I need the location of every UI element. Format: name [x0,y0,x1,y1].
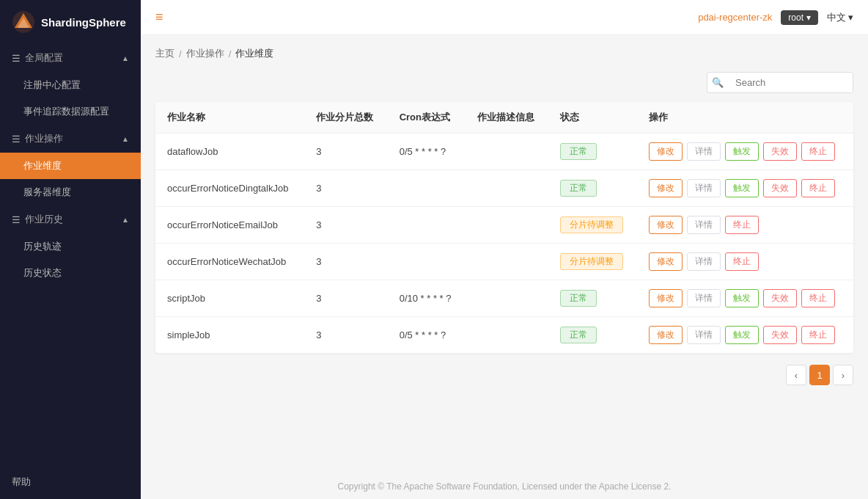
sidebar-help[interactable]: 帮助 [0,465,141,499]
table-row: occurErrorNoticeDingtalkJob3正常修改详情触发失效终止 [155,170,853,207]
stop-button[interactable]: 终止 [801,142,835,161]
sidebar-item-history-track[interactable]: 历史轨迹 [0,233,141,260]
actions-cell: 修改详情触发失效终止 [637,280,853,317]
page-prev-button[interactable]: ‹ [786,365,806,385]
action-group: 修改详情终止 [649,216,842,234]
sidebar-item-registry-config[interactable]: 注册中心配置 [0,72,141,98]
sidebar-item-server-dimension[interactable]: 服务器维度 [0,179,141,205]
cron-cell [388,207,466,244]
col-cron: Cron表达式 [388,102,466,134]
fail-button[interactable]: 失效 [763,142,797,161]
menu-toggle-button[interactable]: ≡ [155,10,163,25]
sidebar-item-history-status[interactable]: 历史状态 [0,260,141,286]
trigger-button[interactable]: 触发 [725,326,759,344]
header-left: ≡ [155,10,163,25]
breadcrumb-parent[interactable]: 作业操作 [186,47,224,60]
menu-group-icon: ☰ [12,53,21,64]
menu-group-job-history[interactable]: ☰ 作业历史 ▲ [0,205,141,233]
toolbar: 🔍 🔍 [155,72,853,93]
edit-button[interactable]: 修改 [649,326,683,344]
job-name-cell: simpleJob [155,317,304,354]
trigger-button[interactable]: 触发 [725,142,759,161]
logo: ShardingSphere [0,0,141,44]
job-name-cell: occurErrorNoticeWechatJob [155,244,304,280]
stop-button[interactable]: 终止 [801,179,835,197]
edit-button[interactable]: 修改 [649,252,683,271]
page-1-button[interactable]: 1 [809,365,830,385]
detail-button[interactable]: 详情 [687,179,721,197]
pagination: ‹ 1 › [155,353,853,388]
logo-icon [12,10,35,34]
menu-group-job-ops[interactable]: ☰ 作业操作 ▲ [0,125,141,153]
search-input[interactable] [728,73,853,92]
edit-button[interactable]: 修改 [649,216,683,234]
status-cell: 分片待调整 [548,207,638,244]
fail-button[interactable]: 失效 [763,326,797,344]
cron-cell: 0/10 * * * * ? [388,280,466,317]
desc-cell [466,207,548,244]
cron-cell: 0/5 * * * * ? [388,317,466,354]
shards-cell: 3 [304,207,387,244]
status-badge: 正常 [560,180,597,197]
fail-button[interactable]: 失效 [763,289,797,307]
actions-cell: 修改详情触发失效终止 [637,134,853,170]
actions-cell: 修改详情终止 [637,207,853,244]
status-badge: 正常 [560,327,597,343]
sidebar-item-job-dimension[interactable]: 作业维度 [0,153,141,179]
sidebar: ShardingSphere ☰ 全局配置 ▲ 注册中心配置 事件追踪数据源配置… [0,0,141,499]
user-badge[interactable]: root ▾ [781,10,818,25]
table-row: occurErrorNoticeWechatJob3分片待调整修改详情终止 [155,244,853,280]
job-name-cell: occurErrorNoticeEmailJob [155,207,304,244]
table-row: simpleJob30/5 * * * * ?正常修改详情触发失效终止 [155,317,853,354]
col-job-name: 作业名称 [155,102,304,134]
detail-button[interactable]: 详情 [687,216,721,234]
status-cell: 分片待调整 [548,244,638,280]
header: ≡ pdai-regcenter-zk root ▾ 中文 ▾ [141,0,868,35]
shards-cell: 3 [304,280,387,317]
stop-button[interactable]: 终止 [801,326,835,344]
actions-cell: 修改详情触发失效终止 [637,170,853,207]
stop-button[interactable]: 终止 [725,216,759,234]
status-badge: 正常 [560,143,597,160]
breadcrumb: 主页 / 作业操作 / 作业维度 [155,47,853,60]
action-group: 修改详情触发失效终止 [649,179,842,197]
sidebar-menu: ☰ 全局配置 ▲ 注册中心配置 事件追踪数据源配置 ☰ 作业操作 ▲ 作业维度 … [0,44,141,465]
user-label: root [788,12,803,23]
chevron-up-icon: ▲ [122,216,129,224]
action-group: 修改详情触发失效终止 [649,289,842,307]
search-icon: 🔍 [707,77,728,88]
menu-group-global-config[interactable]: ☰ 全局配置 ▲ [0,44,141,72]
edit-button[interactable]: 修改 [649,142,683,161]
job-name-cell: scriptJob [155,280,304,317]
edit-button[interactable]: 修改 [649,179,683,197]
col-desc: 作业描述信息 [466,102,548,134]
table-row: occurErrorNoticeEmailJob3分片待调整修改详情终止 [155,207,853,244]
shards-cell: 3 [304,134,387,170]
stop-button[interactable]: 终止 [725,252,759,271]
edit-button[interactable]: 修改 [649,289,683,307]
breadcrumb-sep1: / [179,48,182,59]
server-name: pdai-regcenter-zk [698,12,772,23]
fail-button[interactable]: 失效 [763,179,797,197]
cron-cell [388,244,466,280]
status-cell: 正常 [548,170,638,207]
detail-button[interactable]: 详情 [687,142,721,161]
page-next-button[interactable]: › [833,365,853,385]
chevron-down-icon: ▾ [848,12,853,23]
trigger-button[interactable]: 触发 [725,289,759,307]
chevron-down-icon: ▾ [806,12,811,23]
desc-cell [466,244,548,280]
breadcrumb-home[interactable]: 主页 [155,47,174,60]
footer: Copyright © The Apache Software Foundati… [141,474,868,499]
sidebar-item-trace-config[interactable]: 事件追踪数据源配置 [0,98,141,125]
trigger-button[interactable]: 触发 [725,179,759,197]
lang-switch[interactable]: 中文 ▾ [827,11,853,24]
chevron-up-icon: ▲ [122,135,129,143]
detail-button[interactable]: 详情 [687,326,721,344]
col-actions: 操作 [637,102,853,134]
cron-cell: 0/5 * * * * ? [388,134,466,170]
detail-button[interactable]: 详情 [687,252,721,271]
detail-button[interactable]: 详情 [687,289,721,307]
stop-button[interactable]: 终止 [801,289,835,307]
content-area: 主页 / 作业操作 / 作业维度 🔍 🔍 作业名称 作业分片总数 Cron表达式 [141,35,868,474]
